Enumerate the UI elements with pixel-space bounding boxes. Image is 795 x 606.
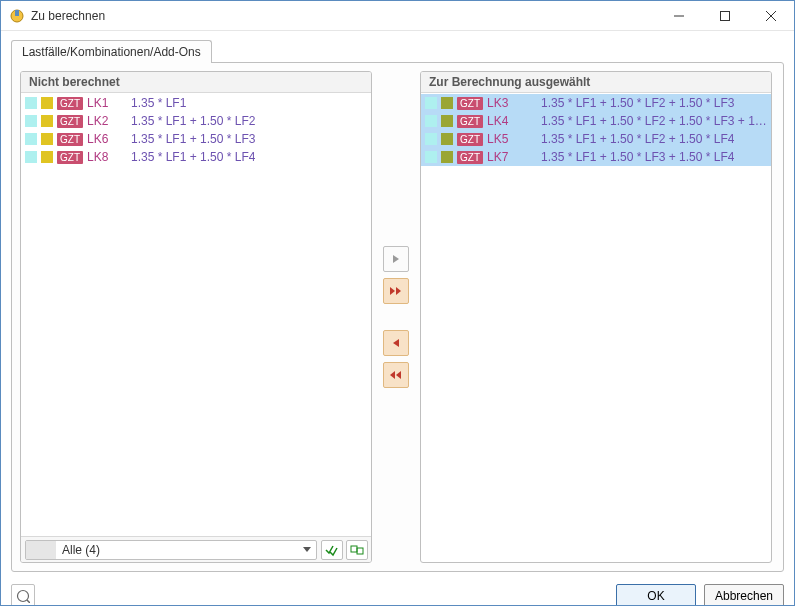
- pane-header-left: Nicht berechnet: [21, 72, 371, 93]
- category-swatch-1: [25, 97, 37, 109]
- svg-rect-7: [351, 546, 357, 552]
- formula-text: 1.35 * LF1 + 1.50 * LF2 + 1.50 * LF3: [541, 96, 734, 110]
- window-title: Zu berechnen: [31, 9, 656, 23]
- titlebar: Zu berechnen: [1, 1, 794, 31]
- svg-line-4: [766, 11, 776, 21]
- lk-code: LK5: [487, 132, 537, 146]
- chevron-down-icon: [298, 547, 316, 552]
- cancel-button[interactable]: Abbrechen: [704, 584, 784, 606]
- help-button[interactable]: [11, 584, 35, 606]
- lk-code: LK8: [87, 150, 127, 164]
- svg-marker-13: [390, 371, 395, 379]
- move-all-left-button[interactable]: [383, 362, 409, 388]
- category-swatch-1: [25, 115, 37, 127]
- formula-text: 1.35 * LF1 + 1.50 * LF3: [131, 132, 255, 146]
- formula-text: 1.35 * LF1 + 1.50 * LF2 + 1.50 * LF4: [541, 132, 734, 146]
- list-not-calculated[interactable]: GZTLK11.35 * LF1GZTLK21.35 * LF1 + 1.50 …: [21, 93, 371, 536]
- list-item[interactable]: GZTLK61.35 * LF1 + 1.50 * LF3: [21, 130, 371, 148]
- svg-marker-14: [396, 371, 401, 379]
- filter-combo[interactable]: Alle (4): [25, 540, 317, 560]
- tab-panel: Nicht berechnet GZTLK11.35 * LF1GZTLK21.…: [11, 62, 784, 572]
- svg-line-5: [766, 11, 776, 21]
- bottom-bar: OK Abbrechen: [1, 578, 794, 606]
- category-swatch-1: [425, 151, 437, 163]
- pane-not-calculated: Nicht berechnet GZTLK11.35 * LF1GZTLK21.…: [20, 71, 372, 563]
- pane-header-right: Zur Berechnung ausgewählt: [421, 72, 771, 93]
- list-item[interactable]: GZTLK31.35 * LF1 + 1.50 * LF2 + 1.50 * L…: [421, 94, 771, 112]
- category-swatch-2: [41, 133, 53, 145]
- category-swatch-2: [441, 115, 453, 127]
- pane-selected: Zur Berechnung ausgewählt GZTLK31.35 * L…: [420, 71, 772, 563]
- minimize-button[interactable]: [656, 1, 702, 30]
- gzt-badge: GZT: [57, 115, 83, 128]
- tab-loadcases[interactable]: Lastfälle/Kombinationen/Add-Ons: [11, 40, 212, 63]
- lk-code: LK6: [87, 132, 127, 146]
- move-right-button[interactable]: [383, 246, 409, 272]
- list-item[interactable]: GZTLK41.35 * LF1 + 1.50 * LF2 + 1.50 * L…: [421, 112, 771, 130]
- svg-rect-8: [357, 548, 363, 554]
- gzt-badge: GZT: [457, 151, 483, 164]
- app-icon: [9, 8, 25, 24]
- list-item[interactable]: GZTLK71.35 * LF1 + 1.50 * LF3 + 1.50 * L…: [421, 148, 771, 166]
- category-swatch-2: [41, 115, 53, 127]
- lk-code: LK7: [487, 150, 537, 164]
- svg-marker-12: [393, 339, 399, 347]
- formula-text: 1.35 * LF1 + 1.50 * LF2: [131, 114, 255, 128]
- list-item[interactable]: GZTLK11.35 * LF1: [21, 94, 371, 112]
- lk-code: LK4: [487, 114, 537, 128]
- lk-code: LK3: [487, 96, 537, 110]
- svg-marker-9: [393, 255, 399, 263]
- formula-text: 1.35 * LF1: [131, 96, 186, 110]
- svg-rect-1: [15, 10, 19, 16]
- svg-marker-6: [303, 547, 311, 552]
- svg-rect-3: [721, 11, 730, 20]
- pane-footer-left: Alle (4): [21, 536, 371, 562]
- svg-marker-10: [390, 287, 395, 295]
- gzt-badge: GZT: [57, 133, 83, 146]
- svg-marker-11: [396, 287, 401, 295]
- category-swatch-1: [425, 115, 437, 127]
- list-item[interactable]: GZTLK81.35 * LF1 + 1.50 * LF4: [21, 148, 371, 166]
- gzt-badge: GZT: [57, 151, 83, 164]
- category-swatch-2: [441, 133, 453, 145]
- move-all-right-button[interactable]: [383, 278, 409, 304]
- category-swatch-1: [25, 151, 37, 163]
- gzt-badge: GZT: [457, 97, 483, 110]
- combo-stripe: [26, 541, 56, 559]
- gzt-badge: GZT: [457, 133, 483, 146]
- ok-button[interactable]: OK: [616, 584, 696, 606]
- svg-line-16: [27, 600, 30, 603]
- window-buttons: [656, 1, 794, 30]
- formula-text: 1.35 * LF1 + 1.50 * LF2 + 1.50 * LF3 + 1…: [541, 114, 767, 128]
- list-selected[interactable]: GZTLK31.35 * LF1 + 1.50 * LF2 + 1.50 * L…: [421, 93, 771, 562]
- formula-text: 1.35 * LF1 + 1.50 * LF4: [131, 150, 255, 164]
- category-swatch-2: [441, 97, 453, 109]
- select-all-button[interactable]: [321, 540, 343, 560]
- formula-text: 1.35 * LF1 + 1.50 * LF3 + 1.50 * LF4: [541, 150, 734, 164]
- gzt-badge: GZT: [57, 97, 83, 110]
- lk-code: LK2: [87, 114, 127, 128]
- svg-point-15: [18, 591, 29, 602]
- dialog-body: Lastfälle/Kombinationen/Add-Ons Nicht be…: [1, 31, 794, 578]
- transfer-buttons: [372, 71, 420, 563]
- category-swatch-1: [425, 133, 437, 145]
- clear-selection-button[interactable]: [346, 540, 368, 560]
- list-item[interactable]: GZTLK51.35 * LF1 + 1.50 * LF2 + 1.50 * L…: [421, 130, 771, 148]
- tab-strip: Lastfälle/Kombinationen/Add-Ons: [11, 39, 784, 62]
- category-swatch-1: [425, 97, 437, 109]
- filter-combo-text: Alle (4): [56, 543, 298, 557]
- move-left-button[interactable]: [383, 330, 409, 356]
- category-swatch-2: [41, 151, 53, 163]
- maximize-button[interactable]: [702, 1, 748, 30]
- list-item[interactable]: GZTLK21.35 * LF1 + 1.50 * LF2: [21, 112, 371, 130]
- category-swatch-2: [41, 97, 53, 109]
- gzt-badge: GZT: [457, 115, 483, 128]
- close-button[interactable]: [748, 1, 794, 30]
- category-swatch-1: [25, 133, 37, 145]
- category-swatch-2: [441, 151, 453, 163]
- lk-code: LK1: [87, 96, 127, 110]
